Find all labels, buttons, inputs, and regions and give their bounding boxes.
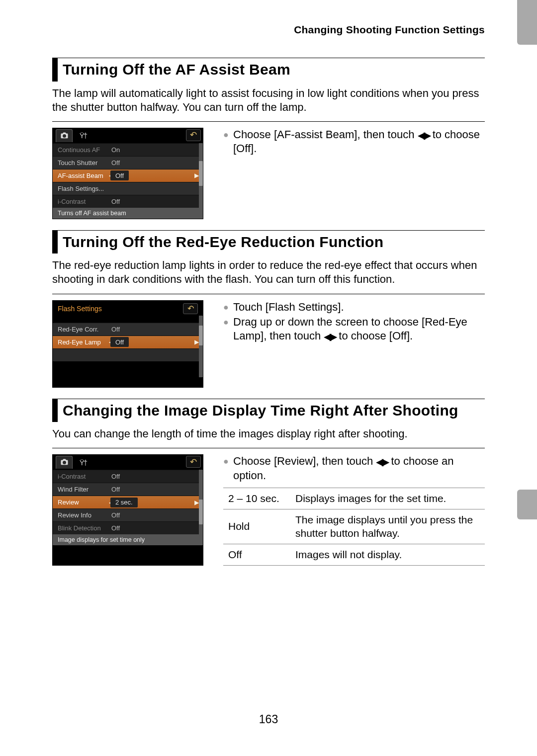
tools-tab-icon: Ÿ† xyxy=(75,129,91,142)
para-red-eye: The red-eye reduction lamp lights in ord… xyxy=(52,258,485,286)
step-red-eye-2: ● Drag up or down the screen to choose [… xyxy=(223,315,485,343)
menu-row-red-eye-corr: Red-Eye Corr. Off xyxy=(53,323,203,336)
menu-row-af-assist-beam-selected: AF-assist Beam ◀ Off ▶ xyxy=(53,169,203,182)
left-right-arrows-icon: ◀▶ xyxy=(376,456,388,469)
right-arrow-icon: ▶ xyxy=(194,338,199,345)
bullet-icon: ● xyxy=(223,300,233,314)
para-review: You can change the length of time the im… xyxy=(52,427,485,441)
page-content: Changing Shooting Function Settings Turn… xyxy=(52,24,485,726)
back-icon: ↶ xyxy=(186,129,201,141)
bullet-icon: ● xyxy=(223,454,233,483)
page-header: Changing Shooting Function Settings xyxy=(52,24,485,36)
step-red-eye-1: ● Touch [Flash Settings]. xyxy=(223,300,485,314)
menu-row-touch-shutter: Touch Shutter Off xyxy=(53,156,203,169)
table-row: 2 – 10 sec. Displays images for the set … xyxy=(223,488,485,509)
menu-row-red-eye-lamp-selected: Red-Eye Lamp ◀ Off ▶ xyxy=(53,336,203,348)
lcd-af-assist-beam: Ÿ† ↶ Continuous AF On Touch Shutter Off … xyxy=(52,128,203,219)
menu-row-flash-settings: Flash Settings... xyxy=(53,182,203,195)
menu-row-blink-detection: Blink Detection Off xyxy=(53,521,203,534)
lcd-review: Ÿ† ↶ i-Contrast Off Wind Filter Off Revi… xyxy=(52,454,203,566)
left-right-arrows-icon: ◀▶ xyxy=(418,129,430,142)
divider xyxy=(52,448,485,448)
divider xyxy=(52,121,485,122)
scrollbar xyxy=(199,316,203,377)
camera-tab-icon xyxy=(56,456,73,469)
table-row: Hold The image displays until you press … xyxy=(223,509,485,544)
menu-row-empty xyxy=(53,348,203,361)
lcd-red-eye: Flash Settings ↶ Red-Eye Corr. Off Red-E… xyxy=(52,300,203,388)
left-right-arrows-icon: ◀▶ xyxy=(324,331,336,343)
right-arrow-icon: ▶ xyxy=(194,172,199,179)
step-review: ● Choose [Review], then touch ◀▶ to choo… xyxy=(223,454,485,483)
menu-row-review-selected: Review ◀ 2 sec. ▶ xyxy=(53,496,203,508)
heading-review: Changing the Image Display Time Right Af… xyxy=(52,399,485,422)
para-af-assist-beam: The lamp will automatically light to ass… xyxy=(52,86,485,114)
bullet-icon: ● xyxy=(223,315,233,343)
page-number: 163 xyxy=(52,713,485,726)
tools-tab-icon: Ÿ† xyxy=(75,456,91,469)
camera-tab-icon xyxy=(56,129,73,142)
scrollbar xyxy=(199,143,203,209)
menu-row-review-info: Review Info Off xyxy=(53,508,203,521)
menu-row-i-contrast: i-Contrast Off xyxy=(53,195,203,208)
menu-row-wind-filter: Wind Filter Off xyxy=(53,483,203,496)
step-af-assist-beam: ● Choose [AF-assist Beam], then touch ◀▶… xyxy=(223,128,485,156)
page-corner-tab xyxy=(517,0,537,45)
menu-help-text: Turns off AF assist beam xyxy=(53,208,203,219)
menu-help-text: Image displays for set time only xyxy=(53,534,203,545)
heading-af-assist-beam: Turning Off the AF Assist Beam xyxy=(52,58,485,82)
menu-row-continuous-af: Continuous AF On xyxy=(53,143,203,156)
menu-title-flash-settings: Flash Settings xyxy=(58,305,102,313)
scrollbar xyxy=(199,470,203,535)
back-icon: ↶ xyxy=(183,303,198,314)
bullet-icon: ● xyxy=(223,128,233,156)
table-row: Off Images will not display. xyxy=(223,544,485,565)
divider xyxy=(52,294,485,294)
right-arrow-icon: ▶ xyxy=(194,499,199,506)
heading-red-eye: Turning Off the Red-Eye Reduction Functi… xyxy=(52,230,485,254)
menu-row-i-contrast: i-Contrast Off xyxy=(53,470,203,483)
review-options-table: 2 – 10 sec. Displays images for the set … xyxy=(223,488,485,566)
page-side-tab xyxy=(517,490,537,519)
back-icon: ↶ xyxy=(186,456,201,468)
